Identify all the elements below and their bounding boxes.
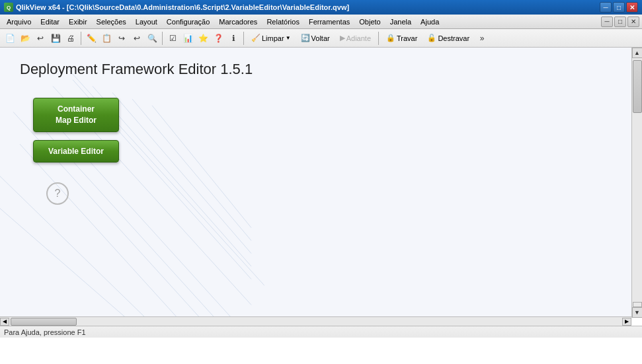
toolbar: 📄 📂 ↩ 💾 🖨 ✏️ 📋 ↪ ↩ 🔍 ☑ 📊 ⭐ ❓ ℹ 🧹 Limpar …	[0, 29, 642, 48]
limpar-button[interactable]: 🧹 Limpar ▼	[247, 31, 296, 46]
star-button[interactable]: ⭐	[196, 31, 210, 46]
page-title: Deployment Framework Editor 1.5.1	[0, 48, 631, 85]
adiante-button[interactable]: ▶ Adiante	[335, 31, 376, 46]
unlock-icon: 🔓	[427, 34, 436, 42]
vertical-scrollbar[interactable]: ▲ ▼	[631, 48, 642, 318]
forward-icon: ▶	[340, 34, 345, 42]
scroll-h-thumb[interactable]	[11, 318, 77, 326]
menu-marcadores[interactable]: Marcadores	[215, 17, 261, 27]
separator-4	[378, 32, 379, 45]
toolbar-group-2: ✏️ 📋 ↪ ↩ 🔍	[84, 31, 159, 46]
button-area: ContainerMap Editor Variable Editor ?	[0, 98, 631, 205]
title-bar-controls[interactable]: ─ □ ✕	[600, 2, 638, 13]
menu-selecoes[interactable]: Seleções	[93, 17, 130, 27]
scroll-track[interactable]	[633, 59, 642, 301]
eraser-icon: 🧹	[251, 34, 261, 42]
title-bar: Q QlikView x64 - [C:\Qlik\SourceData\0.A…	[0, 0, 642, 15]
menu-arquivo[interactable]: Arquivo	[3, 17, 35, 27]
help-icon[interactable]: ?	[46, 182, 69, 205]
undo-btn[interactable]: ↩	[33, 31, 48, 46]
separator-3	[243, 32, 244, 45]
new-button[interactable]: 📄	[3, 31, 17, 46]
scroll-up-arrow[interactable]: ▲	[632, 48, 643, 58]
close-button[interactable]: ✕	[626, 2, 638, 13]
limpar-label: Limpar	[262, 34, 284, 42]
content-panel: Deployment Framework Editor 1.5.1 Contai…	[0, 48, 631, 318]
destravar-button[interactable]: 🔓 Destravar	[422, 31, 474, 46]
info-button[interactable]: ℹ	[226, 31, 241, 46]
nav-buttons: ContainerMap Editor Variable Editor	[33, 98, 631, 163]
status-text: Para Ajuda, pressione F1	[4, 328, 86, 336]
travar-label: Travar	[397, 34, 417, 42]
scroll-left-arrow[interactable]: ◀	[0, 318, 9, 326]
copy-button[interactable]: 📋	[99, 31, 114, 46]
horizontal-scrollbar[interactable]: ◀ ▶	[0, 316, 631, 326]
menu-bar: Arquivo Editar Exibir Seleções Layout Co…	[0, 15, 642, 29]
destravar-label: Destravar	[438, 34, 469, 42]
scroll-down-arrow[interactable]: ▼	[632, 307, 643, 318]
menu-configuracao[interactable]: Configuração	[163, 17, 214, 27]
menu-relatorios[interactable]: Relatórios	[262, 17, 303, 27]
app-icon: Q	[4, 3, 13, 12]
redo-button[interactable]: ↪	[114, 31, 129, 46]
separator-1	[81, 32, 81, 45]
print-button[interactable]: 🖨	[63, 31, 78, 46]
chart-button[interactable]: 📊	[181, 31, 195, 46]
toolbar-group-1: 📄 📂 ↩ 💾 🖨	[3, 31, 78, 46]
main-area: Deployment Framework Editor 1.5.1 Contai…	[0, 48, 642, 318]
open-button[interactable]: 📂	[18, 31, 32, 46]
title-bar-text: QlikView x64 - [C:\Qlik\SourceData\0.Adm…	[16, 3, 349, 11]
search-button[interactable]: 🔍	[145, 31, 159, 46]
window-restore-btn[interactable]: □	[614, 17, 626, 27]
variable-editor-button[interactable]: Variable Editor	[33, 140, 119, 163]
separator-2	[162, 32, 163, 45]
window-min-btn[interactable]: ─	[601, 17, 613, 27]
lock-icon: 🔒	[386, 34, 395, 42]
main-wrapper: Deployment Framework Editor 1.5.1 Contai…	[0, 48, 642, 338]
menu-ajuda[interactable]: Ajuda	[417, 17, 443, 27]
menu-janela[interactable]: Janela	[386, 17, 415, 27]
adiante-label: Adiante	[346, 34, 371, 42]
back-icon: 🔄	[301, 34, 310, 42]
undo2-button[interactable]: ↩	[130, 31, 144, 46]
container-map-editor-button[interactable]: ContainerMap Editor	[33, 98, 119, 132]
help-button[interactable]: ❓	[211, 31, 225, 46]
menu-objeto[interactable]: Objeto	[355, 17, 384, 27]
toolbar-group-3: ☑ 📊 ⭐ ❓ ℹ	[165, 31, 241, 46]
menu-exibir[interactable]: Exibir	[65, 17, 91, 27]
svg-line-12	[0, 208, 185, 318]
check-button[interactable]: ☑	[165, 31, 180, 46]
voltar-button[interactable]: 🔄 Voltar	[296, 31, 335, 46]
edit-button[interactable]: ✏️	[84, 31, 99, 46]
window-close-btn[interactable]: ✕	[627, 17, 639, 27]
toolbar-expand[interactable]: »	[475, 31, 489, 46]
voltar-label: Voltar	[311, 34, 330, 42]
title-bar-left: Q QlikView x64 - [C:\Qlik\SourceData\0.A…	[4, 3, 349, 12]
scroll-right-arrow[interactable]: ▶	[622, 318, 631, 326]
scroll-grip	[633, 302, 642, 307]
minimize-button[interactable]: ─	[600, 2, 612, 13]
save-button[interactable]: 💾	[48, 31, 63, 46]
scroll-thumb[interactable]	[633, 60, 642, 113]
menu-layout[interactable]: Layout	[132, 17, 161, 27]
status-bar: Para Ajuda, pressione F1	[0, 326, 642, 338]
travar-button[interactable]: 🔒 Travar	[381, 31, 422, 46]
menu-editar[interactable]: Editar	[36, 17, 63, 27]
maximize-button[interactable]: □	[613, 2, 625, 13]
menu-ferramentas[interactable]: Ferramentas	[305, 17, 354, 27]
limpar-dropdown-icon: ▼	[286, 35, 291, 41]
